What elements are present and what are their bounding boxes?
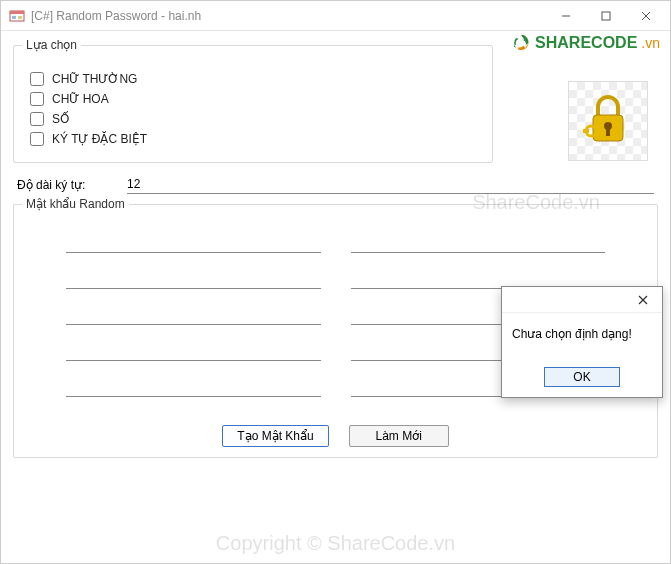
titlebar: [C#] Random Password - hai.nh (1, 1, 670, 31)
message-dialog: Chưa chọn định dạng! OK (501, 286, 663, 398)
maximize-button[interactable] (586, 2, 626, 30)
close-button[interactable] (626, 2, 666, 30)
output-field[interactable] (66, 235, 321, 253)
dialog-titlebar (502, 287, 662, 313)
output-field[interactable] (66, 307, 321, 325)
generate-button[interactable]: Tạo Mật Khẩu (222, 425, 328, 447)
svg-rect-2 (12, 16, 16, 19)
dialog-close-button[interactable] (628, 289, 658, 311)
watermark-bottom: Copyright © ShareCode.vn (1, 532, 670, 555)
checkbox-special-input[interactable] (30, 132, 44, 146)
checkbox-lowercase[interactable]: CHỮ THƯỜNG (26, 72, 480, 86)
checkbox-uppercase-input[interactable] (30, 92, 44, 106)
checkbox-special[interactable]: KÝ TỰ ĐẶC BIỆT (26, 132, 480, 146)
svg-rect-5 (602, 12, 610, 20)
app-icon (9, 8, 25, 24)
lock-icon (583, 93, 633, 149)
options-legend: Lựa chọn (22, 38, 81, 52)
brand-tld: .vn (641, 35, 660, 51)
checkbox-uppercase[interactable]: CHỮ HOA (26, 92, 480, 106)
svg-rect-12 (583, 129, 589, 133)
brand-name: SHARECODE (535, 34, 637, 52)
minimize-button[interactable] (546, 2, 586, 30)
length-input[interactable] (127, 175, 654, 194)
svg-rect-3 (18, 16, 22, 19)
output-field[interactable] (66, 343, 321, 361)
checkbox-lowercase-input[interactable] (30, 72, 44, 86)
checkbox-digits-input[interactable] (30, 112, 44, 126)
svg-rect-1 (10, 11, 24, 14)
output-field[interactable] (351, 235, 606, 253)
recycle-icon (511, 33, 531, 53)
checkbox-digits[interactable]: SỐ (26, 112, 480, 126)
output-field[interactable] (66, 271, 321, 289)
options-groupbox: Lựa chọn CHỮ THƯỜNG CHỮ HOA SỐ KÝ TỰ ĐẶC… (13, 45, 493, 163)
random-legend: Mật khẩu Random (22, 197, 129, 211)
checkbox-lowercase-label: CHỮ THƯỜNG (52, 72, 137, 86)
checkbox-digits-label: SỐ (52, 112, 69, 126)
window-title: [C#] Random Password - hai.nh (31, 9, 201, 23)
output-field[interactable] (66, 379, 321, 397)
checkbox-special-label: KÝ TỰ ĐẶC BIỆT (52, 132, 147, 146)
checkbox-uppercase-label: CHỮ HOA (52, 92, 109, 106)
svg-rect-10 (606, 128, 610, 136)
brand-logo: SHARECODE.vn (511, 33, 660, 53)
lock-image (568, 81, 648, 161)
length-label: Độ dài ký tự: (17, 178, 127, 192)
dialog-ok-button[interactable]: OK (544, 367, 620, 387)
length-row: Độ dài ký tự: (17, 175, 654, 194)
dialog-message: Chưa chọn định dạng! (502, 313, 662, 363)
refresh-button[interactable]: Làm Mới (349, 425, 449, 447)
